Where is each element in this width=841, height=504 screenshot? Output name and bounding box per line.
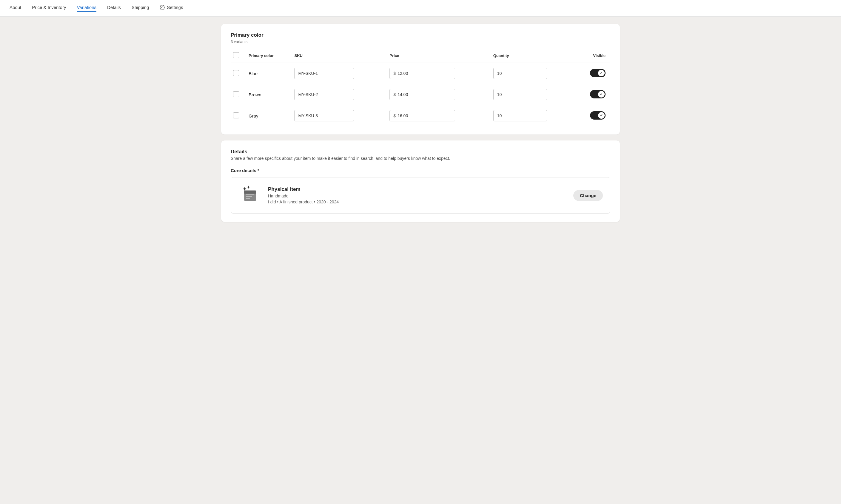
physical-item-icon (239, 185, 261, 206)
variations-subtitle: 3 variants (231, 39, 610, 44)
row-brown-price-input[interactable] (398, 89, 451, 100)
toggle-knob: ✓ (598, 70, 605, 76)
table-row: Brown $ (231, 84, 610, 105)
toggle-check-icon: ✓ (600, 113, 603, 118)
table-row: Gray $ (231, 105, 610, 126)
row-gray-price-input[interactable] (398, 110, 451, 121)
row-gray-toggle[interactable]: ✓ (590, 111, 606, 120)
row-gray-checkbox-cell (231, 105, 245, 126)
row-gray-qty-cell (490, 105, 576, 126)
row-blue-visible-cell: ✓ (576, 63, 610, 84)
nav-shipping[interactable]: Shipping (132, 5, 149, 12)
row-gray-checkbox[interactable] (233, 112, 239, 119)
nav-price-inventory[interactable]: Price & Inventory (32, 5, 66, 12)
nav-variations[interactable]: Variations (77, 5, 97, 12)
toggle-knob: ✓ (598, 91, 605, 97)
svg-point-0 (162, 6, 163, 8)
row-gray-toggle-wrap: ✓ (590, 111, 606, 120)
row-brown-price-wrap: $ (389, 89, 455, 100)
row-brown-visible-cell: ✓ (576, 84, 610, 105)
row-blue-qty-input[interactable] (493, 68, 547, 79)
row-blue-price-input[interactable] (398, 68, 451, 79)
row-brown-qty-cell (490, 84, 576, 105)
row-blue-toggle-wrap: ✓ (590, 69, 606, 77)
nav-about[interactable]: About (10, 5, 21, 12)
col-header-visible: Visible (576, 50, 610, 63)
row-brown-price-cell: $ (386, 84, 489, 105)
col-header-quantity: Quantity (490, 50, 576, 63)
row-blue-sku-cell (291, 63, 386, 84)
row-blue-color: Blue (245, 63, 291, 84)
row-brown-toggle-wrap: ✓ (590, 90, 606, 98)
row-blue-toggle[interactable]: ✓ (590, 69, 606, 77)
nav-bar: About Price & Inventory Variations Detai… (0, 0, 841, 17)
variants-table: Primary color SKU Price Quantity Visible (231, 50, 610, 126)
svg-marker-1 (243, 187, 247, 191)
variations-card: Primary color 3 variants Primary color S… (221, 24, 620, 134)
row-blue-sku-input[interactable] (294, 68, 354, 79)
row-brown-sku-input[interactable] (294, 89, 354, 100)
col-header-checkbox (231, 50, 245, 63)
physical-item-info: Physical item Handmade I did • A finishe… (268, 186, 567, 204)
row-gray-sku-cell (291, 105, 386, 126)
gear-icon (160, 5, 165, 10)
row-brown-color: Brown (245, 84, 291, 105)
physical-item-title: Physical item (268, 186, 567, 192)
row-blue-qty-cell (490, 63, 576, 84)
variations-title: Primary color (231, 32, 610, 38)
row-brown-checkbox-cell (231, 84, 245, 105)
select-all-checkbox[interactable] (233, 52, 239, 58)
details-card: Details Share a few more specifics about… (221, 141, 620, 222)
row-gray-sku-input[interactable] (294, 110, 354, 121)
nav-details[interactable]: Details (107, 5, 121, 12)
row-brown-sku-cell (291, 84, 386, 105)
row-gray-color: Gray (245, 105, 291, 126)
row-blue-price-cell: $ (386, 63, 489, 84)
physical-item-card: Physical item Handmade I did • A finishe… (231, 177, 610, 214)
nav-settings[interactable]: Settings (160, 5, 183, 12)
row-blue-price-wrap: $ (389, 68, 455, 79)
svg-marker-2 (247, 186, 250, 189)
row-gray-qty-input[interactable] (493, 110, 547, 121)
table-row: Blue $ (231, 63, 610, 84)
toggle-check-icon: ✓ (600, 92, 603, 96)
toggle-knob: ✓ (598, 112, 605, 119)
physical-item-subtitle: Handmade (268, 194, 567, 198)
col-header-price: Price (386, 50, 489, 63)
row-brown-checkbox[interactable] (233, 91, 239, 97)
row-gray-price-cell: $ (386, 105, 489, 126)
currency-symbol-brown: $ (393, 92, 396, 97)
currency-symbol: $ (393, 71, 396, 76)
row-gray-price-wrap: $ (389, 110, 455, 121)
row-blue-checkbox-cell (231, 63, 245, 84)
change-button[interactable]: Change (573, 190, 603, 201)
physical-item-icon-wrap (238, 183, 262, 207)
toggle-check-icon: ✓ (600, 71, 603, 75)
col-header-sku: SKU (291, 50, 386, 63)
svg-rect-7 (246, 198, 250, 199)
details-description: Share a few more specifics about your it… (231, 156, 610, 161)
core-details-label: Core details * (231, 168, 610, 173)
details-title: Details (231, 149, 610, 155)
currency-symbol-gray: $ (393, 113, 396, 118)
col-header-primary-color: Primary color (245, 50, 291, 63)
row-gray-visible-cell: ✓ (576, 105, 610, 126)
svg-rect-6 (246, 196, 252, 197)
physical-item-meta: I did • A finished product • 2020 - 2024 (268, 199, 567, 204)
svg-rect-5 (246, 194, 255, 195)
row-blue-checkbox[interactable] (233, 70, 239, 76)
page-body: Primary color 3 variants Primary color S… (212, 17, 629, 229)
svg-rect-4 (244, 191, 256, 194)
table-header-row: Primary color SKU Price Quantity Visible (231, 50, 610, 63)
row-brown-qty-input[interactable] (493, 89, 547, 100)
row-brown-toggle[interactable]: ✓ (590, 90, 606, 98)
